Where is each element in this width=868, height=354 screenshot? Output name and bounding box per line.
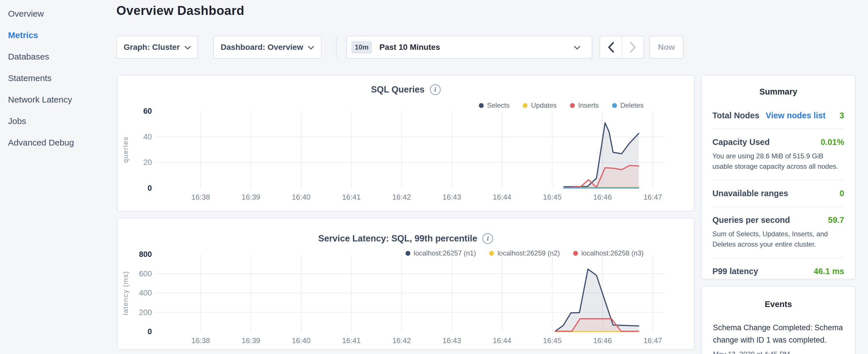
- legend-item: Updates: [523, 101, 557, 109]
- sidebar-item-overview[interactable]: Overview: [8, 3, 105, 24]
- legend-item: localhost:26259 (n2): [489, 249, 560, 257]
- legend-label: Selects: [487, 101, 510, 109]
- events-title: Events: [702, 299, 855, 309]
- legend-label: Deletes: [620, 101, 644, 109]
- legend-label: Inserts: [578, 101, 599, 109]
- legend-dot-icon: [523, 103, 528, 108]
- summary-metric-description: You are using 28.6 MiB of 515.9 GiB usab…: [712, 151, 844, 171]
- sql-queries-legend: SelectsUpdatesInsertsDeletes: [479, 101, 644, 109]
- service-latency-chart-title: Service Latency: SQL, 99th percentile: [318, 233, 477, 244]
- service-latency-panel: Service Latency: SQL, 99th percentile i …: [117, 218, 694, 350]
- sidebar-item-network-latency[interactable]: Network Latency: [8, 89, 105, 110]
- time-range-dropdown[interactable]: 10m Past 10 Minutes: [346, 36, 592, 59]
- dashboard-dropdown[interactable]: Dashboard: Overview: [213, 36, 321, 59]
- legend-dot-icon: [489, 251, 494, 256]
- toolbar-divider: [336, 37, 337, 58]
- graph-scope-dropdown-label: Graph: Cluster: [124, 43, 180, 52]
- chevron-right-icon: [629, 41, 637, 53]
- sidebar-nav: OverviewMetricsDatabasesStatementsNetwor…: [8, 3, 105, 153]
- legend-dot-icon: [570, 103, 575, 108]
- legend-dot-icon: [573, 251, 578, 256]
- summary-row: P99 latency46.1 ms: [712, 257, 844, 284]
- legend-dot-icon: [405, 251, 410, 256]
- legend-item: localhost:26257 (n1): [405, 249, 476, 257]
- chevron-down-icon: [308, 46, 314, 50]
- summary-metric-label: Capacity Used: [712, 137, 770, 147]
- summary-row: Unavailable ranges0: [712, 180, 844, 206]
- event-timestamp: May 13, 2020 at 4:45 PM: [713, 350, 844, 354]
- time-range-badge: 10m: [351, 41, 372, 54]
- summary-row: Capacity Used0.01%You are using 28.6 MiB…: [712, 128, 844, 180]
- legend-dot-icon: [612, 103, 617, 108]
- next-time-window-button[interactable]: [622, 36, 644, 58]
- summary-metric-label: Total Nodes: [712, 111, 760, 120]
- events-panel: Events Schema Change Completed: Schema c…: [701, 286, 856, 354]
- summary-metric-label: Unavailable ranges: [712, 189, 788, 198]
- info-icon[interactable]: i: [430, 84, 441, 95]
- legend-item: Selects: [479, 101, 510, 109]
- summary-metric-value: 59.7: [828, 215, 844, 225]
- sidebar-item-metrics[interactable]: Metrics: [8, 24, 105, 46]
- summary-metric-value: 0: [840, 189, 844, 198]
- summary-metric-description: Sum of Selects, Updates, Inserts, and De…: [712, 229, 844, 250]
- chevron-down-icon: [574, 46, 580, 50]
- info-icon[interactable]: i: [482, 233, 493, 244]
- summary-title: Summary: [702, 87, 855, 97]
- legend-item: localhost:26258 (n3): [573, 249, 644, 257]
- event-list-item[interactable]: Schema Change Completed: Schema change w…: [713, 322, 844, 354]
- dashboard-dropdown-label: Dashboard: Overview: [221, 43, 303, 52]
- sql-queries-panel: SQL Queries i SelectsUpdatesInsertsDelet…: [117, 75, 694, 212]
- summary-metric-value: 46.1 ms: [814, 267, 844, 276]
- now-button[interactable]: Now: [649, 36, 683, 59]
- sidebar-item-jobs[interactable]: Jobs: [8, 110, 105, 132]
- summary-metric-value: 3: [840, 111, 844, 120]
- view-nodes-list-link[interactable]: View nodes list: [766, 111, 826, 120]
- chevron-down-icon: [185, 46, 191, 50]
- legend-label: localhost:26258 (n3): [582, 249, 644, 257]
- summary-panel: Summary Total NodesView nodes list3Capac…: [701, 75, 856, 280]
- sidebar-item-databases[interactable]: Databases: [8, 46, 105, 67]
- legend-item: Deletes: [612, 101, 644, 109]
- event-text: Schema Change Completed: Schema change w…: [713, 322, 844, 346]
- legend-label: localhost:26257 (n1): [414, 249, 476, 257]
- page-title: Overview Dashboard: [116, 3, 244, 18]
- sql-queries-chart-title: SQL Queries: [371, 85, 425, 95]
- sidebar-item-statements[interactable]: Statements: [8, 67, 105, 89]
- graph-scope-dropdown[interactable]: Graph: Cluster: [116, 36, 198, 59]
- summary-metric-value: 0.01%: [821, 137, 844, 147]
- time-range-label: Past 10 Minutes: [379, 43, 440, 52]
- summary-metric-label: Queries per second: [712, 215, 790, 225]
- service-latency-legend: localhost:26257 (n1)localhost:26259 (n2)…: [405, 249, 644, 257]
- chevron-left-icon: [607, 41, 615, 53]
- sidebar-item-advanced-debug[interactable]: Advanced Debug: [8, 132, 105, 153]
- legend-label: localhost:26259 (n2): [497, 249, 560, 257]
- time-window-pager: [599, 36, 644, 59]
- previous-time-window-button[interactable]: [600, 36, 622, 58]
- summary-row: Queries per second59.7Sum of Selects, Up…: [712, 206, 844, 257]
- summary-metric-label: P99 latency: [712, 267, 758, 276]
- legend-dot-icon: [479, 103, 484, 108]
- legend-label: Updates: [531, 101, 557, 109]
- summary-row: Total NodesView nodes list3: [712, 102, 844, 128]
- legend-item: Inserts: [570, 101, 599, 109]
